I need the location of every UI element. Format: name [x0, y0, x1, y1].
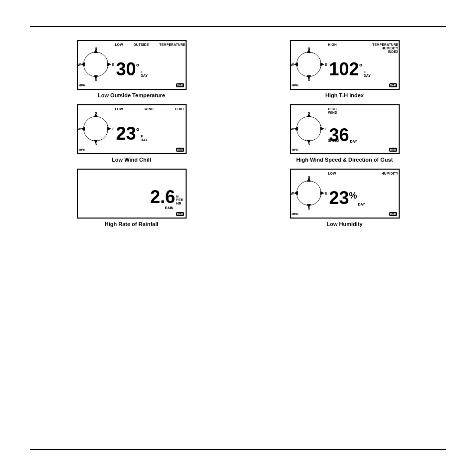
- compass-circle-2: [296, 52, 321, 77]
- display-low-outside-temp: N S E W MPH LOW OUTSIDE TEMPERATURE: [77, 40, 187, 90]
- arrow-w-6: [294, 191, 298, 195]
- arrow-n-4: [307, 113, 311, 117]
- reading-area-6: LOW HUMIDITY 23% DAY BAR: [328, 170, 399, 218]
- speed-label-4: SPEED: [328, 139, 339, 142]
- bar-badge-1: BAR: [176, 83, 184, 87]
- compass-e-3: E: [112, 127, 114, 130]
- rain-value: 2.6 in PER HR: [150, 188, 183, 206]
- mph-label-2: MPH: [292, 84, 298, 87]
- high-label-2: HIGH: [328, 43, 337, 46]
- mph-label-4: MPH: [292, 148, 298, 151]
- high-label-4: HIGH: [328, 107, 337, 111]
- bar-badge-3: BAR: [176, 148, 184, 152]
- percent-6: %: [349, 191, 357, 200]
- mph-label-1: MPH: [79, 84, 85, 87]
- compass-circle-1: [83, 52, 108, 77]
- display-low-humidity: N S E W MPH LOW HUMIDITY 23%: [290, 169, 400, 219]
- compass-area-6: N S E W MPH: [291, 170, 328, 218]
- compass-e-6: E: [325, 191, 327, 195]
- mph-label-6: MPH: [292, 213, 298, 216]
- unit-col-4: DAY: [350, 140, 357, 144]
- cell-high-th: N S E W MPH HIGH TEMPERATURE HUMIDITY: [243, 40, 446, 98]
- reading-area-4: HIGH WIND SPEED 36 DAY BAR: [328, 105, 399, 153]
- temp-label-2a: TEMPERATURE: [372, 43, 398, 46]
- display-high-th: N S E W MPH HIGH TEMPERATURE HUMIDITY: [290, 40, 400, 90]
- bar-badge-6: BAR: [389, 212, 397, 216]
- compass-area-3: N S E W MPH: [78, 105, 115, 153]
- arrow-w-1: [81, 62, 85, 66]
- cell-low-outside-temp: N S E W MPH LOW OUTSIDE TEMPERATURE: [30, 40, 233, 98]
- low-label-3: LOW: [115, 107, 123, 111]
- arrow-n-3: [94, 113, 98, 117]
- arrow-w-4: [294, 127, 298, 131]
- wind-label-4: WIND: [328, 111, 338, 114]
- display-low-wind-chill: N S E W MPH LOW WIND CHILL 2: [77, 104, 187, 154]
- rain-label: RAIN: [165, 206, 173, 210]
- caption-6: Low Humidity: [326, 221, 362, 227]
- arrow-s-2: [307, 75, 311, 79]
- temp-label-2c: INDEX: [388, 50, 398, 53]
- display-grid: N S E W MPH LOW OUTSIDE TEMPERATURE: [30, 40, 446, 233]
- chill-label-3: CHILL: [175, 107, 186, 111]
- degree-2: °: [359, 62, 363, 71]
- compass-circle-4: [296, 116, 321, 141]
- top-rule: [30, 26, 446, 27]
- caption-3: Low Wind Chill: [112, 157, 151, 163]
- arrow-s-4: [307, 140, 311, 144]
- rain-unit-col: in PER HR: [176, 195, 183, 206]
- top-labels-6: LOW HUMIDITY: [328, 172, 399, 175]
- arrow-s-1: [94, 75, 98, 79]
- rain-reading-area: 2.6 in PER HR RAIN BAR: [78, 170, 186, 218]
- top-labels-3: LOW WIND CHILL: [115, 107, 186, 111]
- display-high-rainfall: 2.6 in PER HR RAIN BAR: [77, 169, 187, 219]
- caption-4: High Wind Speed & Direction of Gust: [296, 157, 393, 163]
- reading-value-6: 23% DAY: [329, 189, 365, 207]
- reading-area-2: HIGH TEMPERATURE HUMIDITY INDEX 102° F D…: [328, 41, 399, 89]
- caption-2: High T-H Index: [325, 92, 364, 98]
- wind-label-3: WIND: [144, 107, 154, 111]
- bar-badge-4: BAR: [389, 148, 397, 152]
- arrow-s-3: [94, 140, 98, 144]
- compass-area-1: N S E W MPH: [78, 41, 115, 89]
- arrow-e-1: [107, 62, 111, 66]
- temp-label-2b: HUMIDITY: [382, 46, 399, 50]
- cell-low-wind-chill: N S E W MPH LOW WIND CHILL 2: [30, 104, 233, 163]
- multi-label-2: TEMPERATURE HUMIDITY INDEX: [372, 43, 398, 53]
- top-labels-1: LOW OUTSIDE TEMPERATURE: [115, 43, 186, 46]
- display-high-wind: N S E W MPH HIGH WIND SPEED 36: [290, 104, 400, 154]
- compass-3: N S E W: [80, 112, 112, 145]
- bar-badge-5: BAR: [176, 212, 184, 216]
- outside-label-1: OUTSIDE: [133, 43, 149, 46]
- bar-badge-2: BAR: [389, 83, 397, 87]
- arrow-n-1: [94, 49, 98, 53]
- top-labels-4: HIGH WIND: [328, 107, 399, 114]
- mph-label-3: MPH: [79, 148, 85, 151]
- arrow-e-2: [320, 62, 324, 66]
- top-labels-2: HIGH TEMPERATURE HUMIDITY INDEX: [328, 43, 399, 53]
- arrow-n-2: [307, 49, 311, 53]
- reading-value-1: 30° F DAY: [116, 60, 148, 78]
- unit-col-1: F DAY: [141, 70, 148, 78]
- compass-1: N S E W: [80, 48, 112, 80]
- compass-2: N S E W: [293, 48, 325, 80]
- low-label-1: LOW: [115, 43, 123, 46]
- compass-e-label: E: [112, 62, 114, 66]
- caption-5: High Rate of Rainfall: [105, 221, 159, 227]
- compass-circle-6: [296, 181, 321, 206]
- cell-low-humidity: N S E W MPH LOW HUMIDITY 23%: [243, 169, 446, 227]
- arrow-n-6: [307, 178, 311, 182]
- bottom-rule: [30, 449, 446, 450]
- temp-label-1: TEMPERATURE: [159, 43, 185, 46]
- degree-1: °: [136, 62, 140, 71]
- low-label-6: LOW: [328, 172, 336, 175]
- compass-6: N S E W: [293, 177, 325, 209]
- compass-4: N S E W: [293, 112, 325, 145]
- arrow-e-3: [107, 127, 111, 131]
- unit-col-3: F DAY: [141, 135, 148, 143]
- caption-1: Low Outside Temperature: [98, 92, 165, 98]
- reading-value-3: 23° F DAY: [116, 125, 148, 143]
- reading-value-2: 102° F DAY: [329, 60, 371, 78]
- arrow-e-4: [320, 127, 324, 131]
- cell-high-rainfall: 2.6 in PER HR RAIN BAR High Rate of Rain…: [30, 169, 233, 227]
- arrow-e-6: [320, 191, 324, 195]
